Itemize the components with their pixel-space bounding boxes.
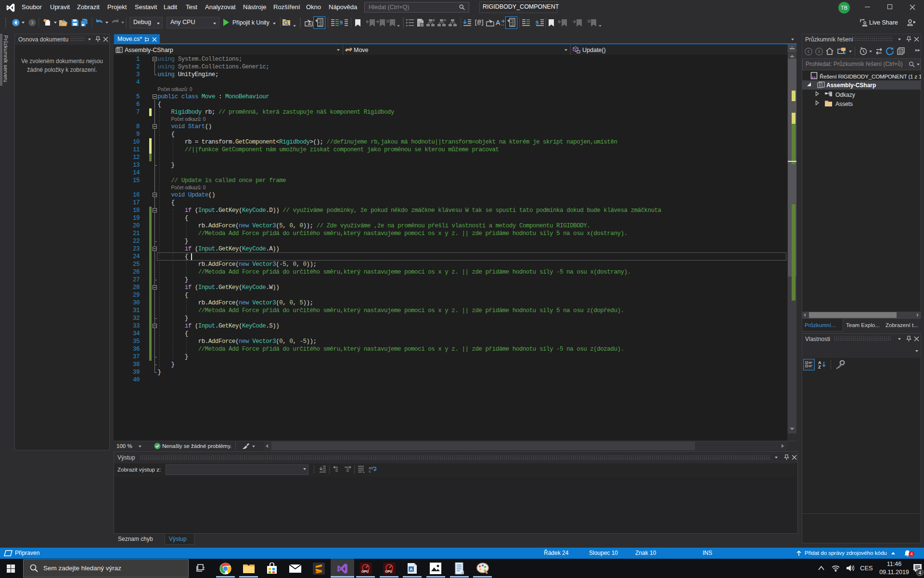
svg-text:A: A — [496, 19, 500, 26]
svg-text:c: c — [369, 469, 371, 473]
svg-text:A: A — [410, 567, 413, 572]
svg-text:GPU: GPU — [361, 570, 369, 573]
svg-text:9: 9 — [340, 19, 343, 26]
svg-text:GPU: GPU — [385, 570, 392, 573]
svg-text:Z: Z — [818, 365, 821, 368]
svg-text:9: 9 — [536, 19, 539, 26]
